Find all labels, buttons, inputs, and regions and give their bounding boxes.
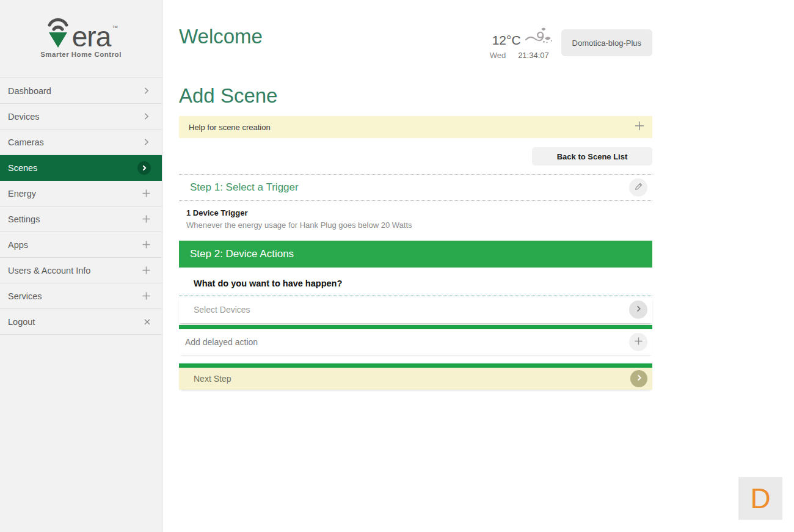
device-actions-question: What do you want to have happen? xyxy=(179,268,652,296)
chevron-right-icon xyxy=(635,305,643,315)
sidebar-item-label: Dashboard xyxy=(8,86,51,96)
sidebar-item-label: Settings xyxy=(8,214,40,224)
sidebar-item-label: Energy xyxy=(8,189,36,199)
close-icon xyxy=(144,318,151,326)
page-title: Add Scene xyxy=(179,84,652,107)
add-delayed-action-row[interactable]: Add delayed action xyxy=(179,329,652,355)
sidebar-item-label: Devices xyxy=(8,112,40,122)
sidebar-item-label: Logout xyxy=(8,317,35,327)
section-divider-bar xyxy=(179,325,652,329)
next-step-button[interactable] xyxy=(630,370,647,387)
logo-tagline: Smarter Home Control xyxy=(0,51,162,58)
section-divider-bar xyxy=(179,363,652,368)
chevron-right-circle-icon xyxy=(137,161,151,175)
sidebar-item-energy[interactable]: Energy xyxy=(0,181,162,206)
select-devices-row[interactable]: Select Devices xyxy=(179,296,652,323)
sidebar-item-label: Services xyxy=(8,291,42,301)
chat-widget-letter: D xyxy=(750,482,770,515)
page-header: Welcome 12°C xyxy=(179,0,652,60)
pencil-icon xyxy=(634,182,643,193)
main-area: Welcome 12°C xyxy=(163,0,794,532)
select-devices-label: Select Devices xyxy=(194,305,250,315)
temperature-value: 12°C xyxy=(492,33,521,48)
clock-time: 21:34:07 xyxy=(518,51,549,60)
step2-header: Step 2: Device Actions xyxy=(179,241,652,268)
question-label: What do you want to have happen? xyxy=(194,279,342,288)
add-delayed-action-label: Add delayed action xyxy=(185,337,258,347)
controller-name-button[interactable]: Domotica-blog-Plus xyxy=(561,29,652,56)
edit-trigger-button[interactable] xyxy=(629,178,647,197)
plus-icon xyxy=(142,291,151,301)
sidebar: era ™ Smarter Home Control Dashboard Dev… xyxy=(0,0,162,532)
trigger-summary: 1 Device Trigger Whenever the energy usa… xyxy=(179,201,652,241)
chevron-right-icon xyxy=(142,86,151,95)
help-bar[interactable]: Help for scene creation xyxy=(179,116,652,138)
chat-widget[interactable]: D xyxy=(738,477,782,520)
plus-icon xyxy=(142,240,151,249)
sidebar-item-services[interactable]: Services xyxy=(0,283,162,309)
step1-title: Step 1: Select a Trigger xyxy=(190,181,299,194)
sidebar-item-label: Users & Account Info xyxy=(8,266,90,275)
plus-icon xyxy=(142,266,151,275)
weekday-label: Wed xyxy=(490,51,506,60)
weather-block: 12°C Wed xyxy=(490,26,553,60)
trigger-description: Whenever the energy usage for Hank Plug … xyxy=(186,220,652,230)
trademark-symbol: ™ xyxy=(112,24,118,31)
next-step-row[interactable]: Next Step xyxy=(179,368,652,390)
back-to-scene-list-button[interactable]: Back to Scene List xyxy=(532,147,652,166)
trigger-count-label: 1 Device Trigger xyxy=(186,208,652,217)
plus-icon xyxy=(634,337,643,348)
welcome-title: Welcome xyxy=(179,26,263,48)
next-step-block: Next Step xyxy=(179,363,652,390)
sidebar-item-apps[interactable]: Apps xyxy=(0,232,162,258)
next-step-label: Next Step xyxy=(194,374,231,384)
sidebar-nav: Dashboard Devices Cameras Scenes Energy xyxy=(0,78,162,335)
chevron-right-icon xyxy=(142,137,151,147)
sidebar-item-label: Cameras xyxy=(8,137,44,147)
vera-logo-mark-icon xyxy=(44,16,72,49)
sidebar-item-dashboard[interactable]: Dashboard xyxy=(0,78,162,104)
plus-icon[interactable] xyxy=(634,120,645,134)
sidebar-item-logout[interactable]: Logout xyxy=(0,309,162,335)
sidebar-item-settings[interactable]: Settings xyxy=(0,206,162,232)
chevron-right-icon xyxy=(635,374,643,384)
help-bar-label: Help for scene creation xyxy=(189,123,271,132)
sidebar-item-label: Scenes xyxy=(8,163,37,173)
step1-header: Step 1: Select a Trigger xyxy=(179,174,652,201)
vera-logo-text: era xyxy=(72,26,111,49)
chevron-right-icon xyxy=(142,112,151,121)
sidebar-item-scenes[interactable]: Scenes xyxy=(0,155,162,181)
sidebar-item-cameras[interactable]: Cameras xyxy=(0,129,162,155)
plus-icon xyxy=(142,189,151,198)
back-row: Back to Scene List xyxy=(179,147,652,166)
sidebar-item-label: Apps xyxy=(8,240,28,250)
sidebar-item-users-account-info[interactable]: Users & Account Info xyxy=(0,258,162,283)
step2-title: Step 2: Device Actions xyxy=(190,248,294,260)
vera-logo: era ™ Smarter Home Control xyxy=(0,0,162,78)
wind-swirl-icon xyxy=(525,26,553,48)
sidebar-item-devices[interactable]: Devices xyxy=(0,104,162,129)
select-devices-button[interactable] xyxy=(629,301,647,319)
add-delayed-action-button[interactable] xyxy=(629,333,647,351)
plus-icon xyxy=(142,214,151,224)
